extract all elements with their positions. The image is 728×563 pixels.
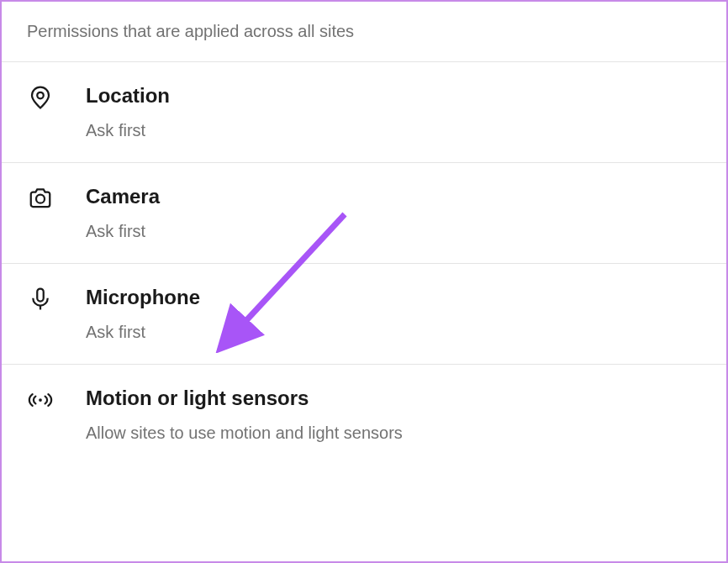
svg-point-4 (39, 398, 42, 402)
permission-location-subtitle: Ask first (86, 121, 170, 140)
permission-microphone-title: Microphone (86, 286, 200, 309)
permission-microphone-text: Microphone Ask first (86, 286, 200, 342)
permission-location-title: Location (86, 84, 170, 108)
permission-camera[interactable]: Camera Ask first (2, 163, 726, 264)
svg-rect-2 (37, 289, 44, 302)
permission-camera-title: Camera (86, 185, 160, 208)
permission-camera-text: Camera Ask first (86, 185, 160, 241)
svg-point-1 (36, 195, 45, 203)
microphone-icon (27, 286, 54, 313)
permission-camera-subtitle: Ask first (86, 222, 160, 241)
permissions-header: Permissions that are applied across all … (2, 2, 726, 62)
permission-microphone[interactable]: Microphone Ask first (2, 264, 726, 365)
permission-motion-sensors-text: Motion or light sensors Allow sites to u… (86, 387, 403, 443)
permission-motion-sensors[interactable]: Motion or light sensors Allow sites to u… (2, 365, 726, 465)
camera-icon (27, 185, 54, 212)
permission-motion-sensors-title: Motion or light sensors (86, 387, 403, 410)
svg-point-0 (37, 92, 44, 99)
permission-microphone-subtitle: Ask first (86, 323, 200, 342)
permission-location-text: Location Ask first (86, 84, 170, 140)
permissions-description: Permissions that are applied across all … (27, 22, 701, 41)
permission-location[interactable]: Location Ask first (2, 62, 726, 163)
permissions-panel: Permissions that are applied across all … (0, 0, 728, 563)
motion-sensors-icon (27, 387, 54, 413)
location-icon (27, 84, 54, 111)
permission-motion-sensors-subtitle: Allow sites to use motion and light sens… (86, 424, 403, 443)
